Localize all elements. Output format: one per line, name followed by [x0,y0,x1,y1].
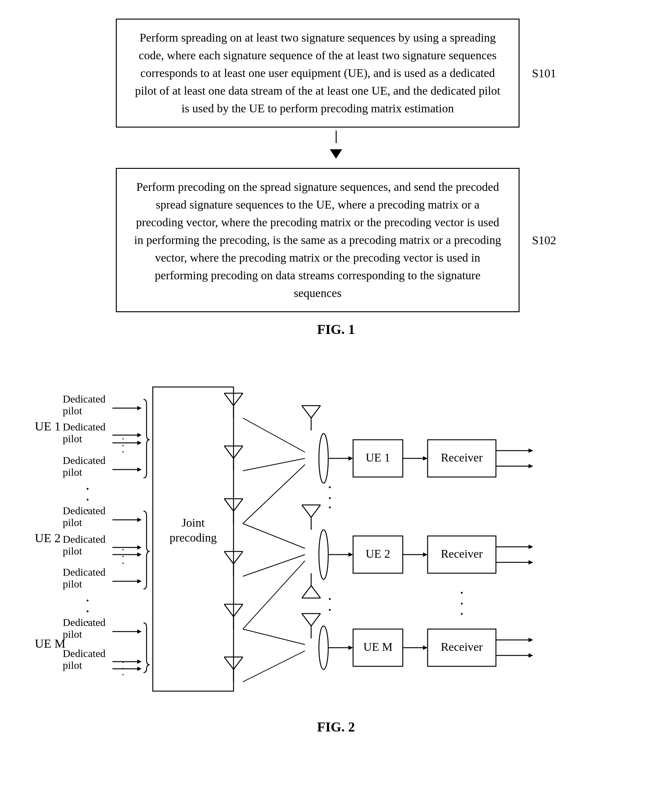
tx-ant4-left [224,551,234,564]
uem-box-label: UE M [363,640,392,653]
step2-box: Perform precoding on the spread signatur… [116,168,520,312]
step1-text: Perform spreading on at least two signat… [135,31,501,115]
uem-pilot2-label2: pilot [63,659,82,671]
ue1-pilot3-label2: pilot [63,466,82,478]
tx-ant3-left [224,499,234,511]
rx2-out1-head [528,544,533,549]
ue2-pilot3-arrow-head [137,579,142,583]
ue2-pilot2-arrow2-head [137,552,142,557]
receiver1-label: Receiver [441,451,483,464]
ue1-pilot2-arrow2-head [137,441,142,445]
fig2-diagram: UE 1 Dedicated pilot Dedicated pilot · ·… [26,368,646,710]
uem-pilot2-arrow-head [137,659,142,664]
ue2-pilot2-label2: pilot [63,545,82,557]
ue2-pilot1-label2: pilot [63,517,82,528]
ue1-label: UE 1 [35,419,61,433]
rxm-out1-head [528,638,533,642]
tx-ant2-left [224,446,234,458]
ue1-to-rx-arrow-head [423,456,427,461]
step1-container: Perform spreading on at least two signat… [116,19,556,128]
rx-dots-5: · [328,601,332,618]
channel-line-6 [243,561,305,629]
ue1-pilot2-label: Dedicated [63,421,106,433]
ue2-brace [144,511,150,589]
rx-uem-arrow-head [349,645,353,650]
step2-label: S102 [532,233,556,247]
ue2-pilot1-arrow-head [137,517,142,522]
arrow-head-1 [330,149,342,158]
rx-ue2-lens [319,530,328,580]
fig2-section: UE 1 Dedicated pilot Dedicated pilot · ·… [25,368,647,754]
uem-pilot1-label: Dedicated [63,616,106,628]
tx-ant4-right [234,551,243,564]
rx-ue1-arrow-head [349,456,353,461]
rx-ue2-ant2-left [302,586,311,598]
arrow-line-1 [336,131,337,143]
rxm-out2-head [528,653,533,658]
uem-pilot2-arrow2-head [137,667,142,671]
receiverm-label: Receiver [441,640,483,653]
uem-label: UE M [35,637,66,650]
ue1-pilot2-label2: pilot [63,433,82,444]
channel-line-4 [243,524,305,548]
ue1-pilot1-label2: pilot [63,405,82,417]
vertical-dots-3: · [86,502,90,519]
ue1-dots3: · [122,446,125,457]
recv-dots-3: · [460,605,464,623]
rx-ue2-ant1-right [311,505,320,517]
rx-uem-lens [319,626,328,669]
rx-uem-ant1-right [311,613,320,626]
rx1-out2-head [528,464,533,468]
ue2-pilot1-label: Dedicated [63,505,106,516]
channel-line-8 [243,651,305,682]
vertical-dots-6: · [86,613,90,631]
rx-uem-ant1-left [302,613,311,626]
step1-label: S101 [532,66,556,80]
ue2-dots3: · [122,557,125,569]
ue2-pilot3-label: Dedicated [63,566,106,578]
tx-ant6-right [234,657,243,669]
rx-dots-3: · [328,499,332,516]
rx-ue1-ant1-left [302,406,311,418]
ue1-pilot3-label: Dedicated [63,455,106,466]
tx-ant3-right [234,499,243,511]
rx1-out1-head [528,449,533,453]
ue2-label: UE 2 [35,531,61,545]
tx-ant1-right [234,393,243,406]
tx-ant5-left [224,604,234,616]
ue2-pilot3-label2: pilot [63,578,82,590]
fig1-label: FIG. 1 [317,321,355,337]
tx-ant6-left [224,657,234,669]
ue1-brace [144,399,150,478]
ue2-pilot2-arrow-head [137,545,142,549]
channel-line-2 [243,458,305,471]
rx-ue2-ant2-right [311,586,320,598]
ue2-box-label: UE 2 [365,547,390,560]
ue1-pilot3-arrow-head [137,467,142,472]
uem-dots3: · [122,669,125,680]
fig2-label: FIG. 2 [317,719,355,735]
tx-ant5-right [234,604,243,616]
step2-text: Perform precoding on the spread signatur… [134,180,501,300]
rx-ue1-lens [319,434,328,483]
rx-ue2-ant1-left [302,505,311,517]
receiver2-label: Receiver [441,547,483,560]
joint-precoding-label2: precoding [170,531,217,544]
uem-pilot2-label: Dedicated [63,648,106,659]
joint-precoding-label1: Joint [182,516,205,529]
channel-line-3 [243,465,305,524]
ue2-to-rx-arrow-head [423,552,427,557]
ue1-box-label: UE 1 [365,451,390,464]
tx-ant1-left [224,393,234,406]
uem-to-rx-arrow-head [423,645,427,650]
channel-line-7 [243,629,305,645]
fig1-section: Perform spreading on at least two signat… [25,19,647,356]
rx2-out2-head [528,560,533,565]
step2-container: Perform precoding on the spread signatur… [116,168,556,312]
rx-ue1-ant1-right [311,406,320,418]
rx-ue2-arrow-head [349,552,353,557]
uem-pilot1-label2: pilot [63,628,82,640]
uem-brace [144,623,150,672]
ue1-pilot1-label: Dedicated [63,393,106,405]
channel-line-5 [243,554,305,576]
